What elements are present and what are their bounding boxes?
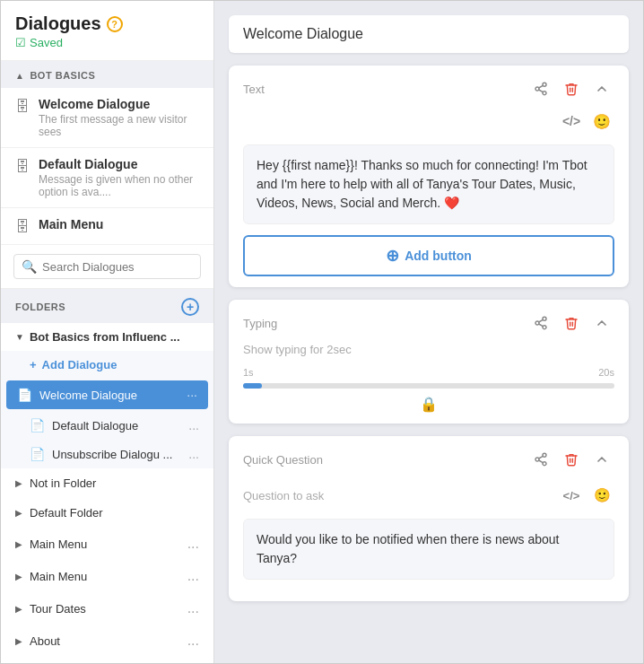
check-icon: ☑ [15,36,26,49]
dialogue-name: Welcome Dialogue [39,97,199,111]
folder-children: + Add Dialogue 📄 Welcome Dialogue ··· 📄 … [1,351,213,468]
simple-folder-name-0: Not in Folder [30,476,199,490]
dialogue-desc: The first message a new visitor sees [39,113,199,138]
help-icon[interactable]: ? [107,16,123,32]
folder-about[interactable]: ▶ About ... [1,625,213,657]
qq-emoji-icon-btn[interactable]: 🙂 [589,483,614,508]
qq-subheader: Question to ask </> 🙂 [229,479,629,515]
saved-badge: ☑ Saved [15,36,199,49]
add-button-row[interactable]: ⊕ Add button [243,235,614,276]
svg-line-4 [539,85,544,88]
sidebar-title: Dialogues [15,13,101,34]
folder-default-dialogue-dots[interactable]: ... [188,418,199,432]
folder-tour-dates[interactable]: ▶ Tour Dates ... [1,592,213,625]
text-card-label: Text [243,83,521,96]
saved-label: Saved [30,36,63,49]
plus-icon: + [30,358,37,371]
slider-max-label: 20s [598,367,614,378]
quick-question-card: Quick Question [229,436,629,601]
folder-default-folder[interactable]: ▶ Default Folder [1,498,213,528]
chevron-right-icon-3: ▶ [15,539,22,549]
typing-share-icon-btn[interactable] [528,310,553,336]
code-icon-btn[interactable]: </> [559,109,584,134]
emoji-icon-btn[interactable]: 🙂 [589,109,614,134]
simple-folder-name-1: Default Folder [30,506,199,520]
dialogue-title: Welcome Dialogue [243,26,363,41]
simple-folder-name-4: Tour Dates [30,602,182,616]
add-dialogue-button[interactable]: + Add Dialogue [1,351,213,379]
dialogue-desc-2: Message is given when no other option is… [39,173,199,198]
qq-delete-icon-btn[interactable] [559,447,584,472]
typing-card: Typing [229,300,629,424]
folder-dots-2[interactable]: ... [187,536,199,552]
slider-wrap: 1s 20s 🔒 [229,363,629,424]
slider-min-label: 1s [243,367,254,378]
file-icon-default: 📄 [30,418,45,432]
folder-not-in-folder[interactable]: ▶ Not in Folder [1,468,213,498]
typing-card-actions [528,310,614,336]
simple-folder-name-2: Main Menu [30,537,182,551]
chevron-right-icon: ▶ [15,478,22,488]
typing-card-label: Typing [243,317,521,330]
text-card-actions [528,76,614,101]
search-icon: 🔍 [22,259,37,274]
folder-unsubscribe-dots[interactable]: ... [188,447,199,461]
folder-group-name: Bot Basics from Influenc ... [30,330,199,344]
dialogue-name-3: Main Menu [39,217,199,232]
folder-item-welcome-dialogue[interactable]: 📄 Welcome Dialogue ··· [6,380,208,409]
sidebar: Dialogues ? ☑ Saved ▲ BOT BASICS 🗄 Welco… [1,1,214,664]
file-icon-active: 📄 [17,388,32,402]
qq-card-body: Would you like to be notified when there… [229,515,629,601]
slider-track [243,383,614,389]
folder-default-dialogue-name: Default Dialogue [52,419,181,432]
qq-share-icon-btn[interactable] [528,447,553,472]
collapse-icon-btn[interactable] [589,76,614,101]
svg-line-8 [539,324,544,327]
db-icon-3: 🗄 [15,219,30,235]
sidebar-header: Dialogues ? ☑ Saved [1,1,213,61]
sidebar-item-main-menu[interactable]: 🗄 Main Menu [1,208,213,245]
qq-message-bubble: Would you like to be notified when there… [243,519,614,580]
active-dialogue-dots[interactable]: ··· [187,388,197,402]
bot-basics-label: BOT BASICS [30,70,95,81]
folder-dots-5[interactable]: ... [187,633,199,649]
search-input[interactable] [42,260,193,274]
svg-line-3 [539,90,544,92]
qq-card-label: Quick Question [243,453,521,467]
chevron-down-icon: ▼ [15,332,24,342]
text-card: Text [229,66,629,287]
qq-subheader-text: Question to ask [243,489,324,502]
typing-collapse-icon-btn[interactable] [589,310,614,336]
folder-dots-3[interactable]: ... [187,568,199,584]
dialogue-title-bar: Welcome Dialogue [229,15,629,53]
folder-main-menu-2[interactable]: ▶ Main Menu ... [1,560,213,592]
qq-collapse-icon-btn[interactable] [589,447,614,472]
qq-subheader-icons: </> 🙂 [559,483,614,508]
qq-card-actions [528,447,614,472]
folder-item-unsubscribe[interactable]: 📄 Unsubscribe Dialogu ... ... [1,440,213,468]
folder-item-default-dialogue[interactable]: 📄 Default Dialogue ... [1,411,213,440]
share-icon-btn[interactable] [528,76,553,101]
qq-message-content: Would you like to be notified when there… [257,532,560,565]
qq-card-header: Quick Question [229,436,629,479]
folder-main-menu-1[interactable]: ▶ Main Menu ... [1,528,213,560]
dialogue-name-2: Default Dialogue [39,157,199,171]
qq-code-icon-btn[interactable]: </> [559,483,584,508]
chevron-right-icon-2: ▶ [15,508,22,518]
delete-icon-btn[interactable] [559,76,584,101]
simple-folder-name-3: Main Menu [30,570,182,583]
slider-labels: 1s 20s [243,367,614,378]
chevron-up-icon: ▲ [15,71,24,81]
text-message-bubble: Hey {{first name}}! Thanks so much for c… [243,144,614,224]
svg-line-13 [539,460,544,463]
add-folder-button[interactable]: + [181,298,199,316]
chevron-right-icon-5: ▶ [15,604,22,614]
sidebar-item-default-dialogue[interactable]: 🗄 Default Dialogue Message is given when… [1,148,213,208]
sidebar-item-welcome-dialogue[interactable]: 🗄 Welcome Dialogue The first message a n… [1,88,213,148]
chevron-right-icon-6: ▶ [15,636,22,646]
folder-group-bot-basics[interactable]: ▼ Bot Basics from Influenc ... [1,323,213,351]
text-card-header: Text [229,66,629,109]
folders-header: FOLDERS + [1,289,213,323]
typing-delete-icon-btn[interactable] [559,310,584,336]
folder-dots-4[interactable]: ... [187,600,199,616]
